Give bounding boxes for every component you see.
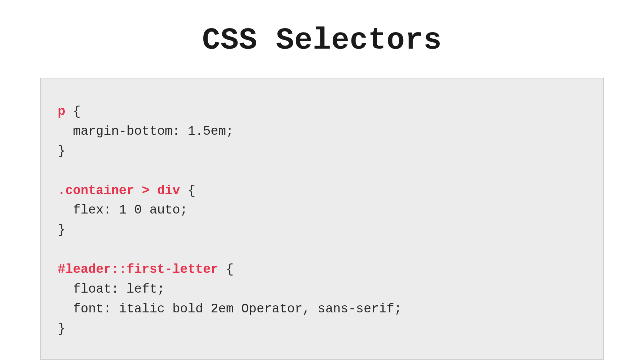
brace-close: } (58, 144, 65, 158)
css-selector: #leader::first-letter (58, 262, 218, 277)
css-selector: p (58, 104, 65, 119)
slide: CSS Selectors p { margin-bottom: 1.5em; … (0, 0, 644, 362)
css-declaration: font: italic bold 2em Operator, sans-ser… (58, 302, 402, 316)
brace-close: } (58, 321, 65, 336)
css-declaration: margin-bottom: 1.5em; (58, 124, 234, 138)
brace-close: } (58, 223, 65, 237)
brace-open: { (65, 104, 81, 119)
code-block: p { margin-bottom: 1.5em; } .container >… (40, 78, 604, 360)
slide-title: CSS Selectors (40, 23, 604, 58)
brace-open: { (180, 183, 196, 198)
css-declaration: float: left; (58, 282, 165, 296)
css-selector: .container > div (58, 183, 180, 198)
brace-open: { (218, 262, 234, 277)
css-declaration: flex: 1 0 auto; (58, 203, 188, 217)
